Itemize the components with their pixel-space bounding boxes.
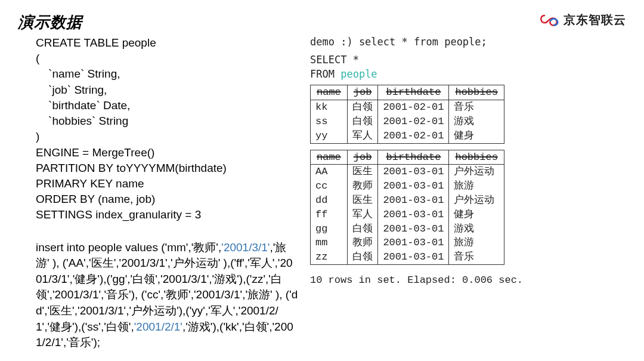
column-header: hobbies <box>449 85 504 100</box>
table-row: AA医生2001-03-01户外运动 <box>311 165 504 179</box>
terminal-prompt: demo :) select * from people; <box>310 35 626 50</box>
insert-sql: insert into people values ('mm','教师','20… <box>36 240 298 351</box>
result-table-1: namejobbirthdatehobbies kk白领2001-02-01音乐… <box>310 85 504 143</box>
column-header: hobbies <box>449 150 504 165</box>
create-table-sql: CREATE TABLE people ( `name` String, `jo… <box>36 35 298 223</box>
table-row: zz白领2001-03-01音乐 <box>311 250 504 264</box>
jd-cloud-icon <box>540 14 560 27</box>
table-row: dd医生2001-03-01户外运动 <box>311 193 504 208</box>
result-table-2: namejobbirthdatehobbies AA医生2001-03-01户外… <box>310 150 504 265</box>
table-row: cc教师2001-03-01旅游 <box>311 179 504 193</box>
result-footer: 10 rows in set. Elapsed: 0.006 sec. <box>310 273 626 288</box>
brand-text: 京东智联云 <box>564 12 626 28</box>
table-row: mm教师2001-03-01旅游 <box>311 236 504 250</box>
brand-logo: 京东智联云 <box>540 12 626 28</box>
column-header: name <box>311 150 348 165</box>
table-row: ff军人2001-03-01健身 <box>311 208 504 222</box>
column-header: birthdate <box>378 85 449 100</box>
terminal-select: SELECT * FROM people <box>310 53 626 82</box>
slide-title: 演示数据 <box>18 12 82 33</box>
table-row: gg白领2001-03-01游戏 <box>311 222 504 236</box>
table-row: kk白领2001-02-01音乐 <box>311 100 504 115</box>
column-header: birthdate <box>378 150 449 165</box>
table-row: yy军人2001-02-01健身 <box>311 129 504 143</box>
column-header: job <box>347 85 378 100</box>
column-header: name <box>311 85 348 100</box>
column-header: job <box>347 150 378 165</box>
table-row: ss白领2001-02-01游戏 <box>311 115 504 129</box>
